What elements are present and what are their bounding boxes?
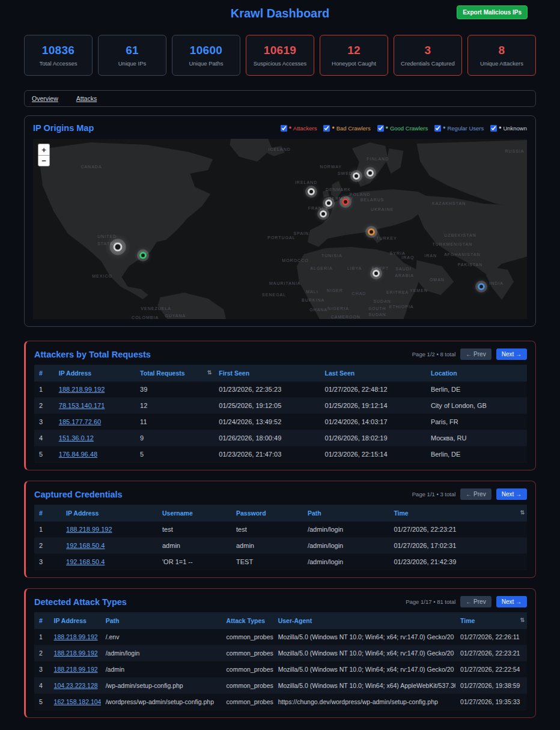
cell-location: Paris, FR: [426, 414, 527, 430]
column-header-ip: IP Address: [61, 505, 157, 522]
legend-label: Bad Crawlers: [336, 125, 371, 132]
ip-link[interactable]: 104.23.223.128: [54, 682, 98, 689]
map-country-label: ETHIOPIA: [389, 305, 414, 309]
ip-link[interactable]: 162.158.182.104: [54, 698, 101, 705]
map-country-label: SUDAN: [373, 299, 391, 303]
next-button[interactable]: Next →: [496, 488, 527, 500]
table-row: 4151.36.0.12901/26/2026, 18:00:4901/26/2…: [34, 430, 527, 446]
table-row: 5176.84.96.48501/23/2026, 21:47:0301/23/…: [34, 446, 527, 463]
prev-button[interactable]: ← Prev: [460, 348, 491, 360]
column-header-num: #: [34, 612, 49, 629]
prev-button[interactable]: ← Prev: [460, 596, 491, 607]
cell-location: Berlin, DE: [426, 382, 527, 398]
legend-checkbox-good_crawler[interactable]: [377, 125, 384, 132]
map-country-label: FINLAND: [367, 157, 389, 161]
cell-num: 5: [34, 694, 49, 710]
stat-card: 10619Suspicious Accesses: [246, 35, 314, 76]
legend-checkbox-attacker[interactable]: [281, 125, 287, 132]
next-button[interactable]: Next →: [496, 596, 527, 607]
ip-link[interactable]: 188.218.99.192: [66, 526, 112, 533]
zoom-out-button[interactable]: −: [38, 155, 50, 166]
table-row: 1188.218.99.192testtest/admin/login01/27…: [34, 522, 527, 538]
cell-last_seen: 01/26/2026, 18:02:19: [320, 430, 426, 446]
cell-location: Москва, RU: [426, 430, 527, 446]
cell-num: 3: [34, 554, 61, 570]
map-marker-unknown[interactable]: [114, 242, 123, 251]
legend-item-regular_user[interactable]: •Regular Users: [434, 125, 484, 132]
map-marker-bad_crawler[interactable]: [368, 228, 375, 236]
ip-link[interactable]: 176.84.96.48: [59, 451, 97, 458]
legend-item-unknown[interactable]: •Unknown: [490, 125, 527, 132]
map-country-label: TURKEY: [376, 236, 397, 240]
legend-item-attacker[interactable]: •Attackers: [281, 125, 317, 132]
ip-link[interactable]: 188.218.99.192: [59, 386, 105, 393]
sort-icon[interactable]: ⇅: [207, 370, 212, 376]
cell-user_agent: https://chungo.dev/wordpress/wp-admin/se…: [273, 694, 455, 710]
ip-link[interactable]: 151.36.0.12: [59, 434, 94, 442]
legend-checkbox-regular_user[interactable]: [434, 125, 441, 132]
legend-dot-icon: •: [289, 126, 291, 131]
legend-checkbox-unknown[interactable]: [490, 125, 497, 132]
ip-link[interactable]: 185.177.72.60: [59, 418, 101, 425]
column-header-first_seen: First Seen: [214, 365, 320, 382]
ip-link[interactable]: 192.168.50.4: [66, 558, 105, 565]
legend-checkbox-bad_crawler[interactable]: [323, 125, 330, 132]
map-country-label: SYRIA: [390, 251, 406, 255]
map-country-label: TUNISIA: [321, 254, 342, 258]
map-marker-regular_user[interactable]: [478, 283, 485, 290]
column-header-requests[interactable]: Total Requests⇅: [135, 365, 214, 382]
map-marker-unknown[interactable]: [325, 199, 332, 207]
stat-label: Total Accesses: [40, 60, 78, 67]
map-canvas[interactable]: + − CANADAICELANDNORWAYSWEDENFINLANDRUSS…: [33, 139, 527, 319]
cell-attack_types: common_probes: [222, 662, 273, 678]
map-country-label: BURKINA: [302, 297, 324, 302]
column-header-ip: IP Address: [49, 612, 101, 629]
map-country-label: IRAQ: [401, 255, 414, 260]
attack-types-pagination: Page 1/17 • 81 total ← Prev Next →: [406, 596, 527, 607]
column-header-num: #: [34, 505, 61, 522]
map-country-label: GUYANA: [165, 314, 186, 318]
map-marker-unknown[interactable]: [373, 270, 380, 277]
ip-link[interactable]: 188.218.99.192: [54, 633, 98, 640]
stat-value: 12: [347, 44, 361, 57]
map-marker-unknown[interactable]: [308, 188, 315, 195]
zoom-controls: + −: [38, 144, 50, 166]
map-country-label: SAUDI: [395, 267, 411, 271]
cell-user_agent: Mozilla/5.0 (Windows NT 10.0; Win64; x64…: [273, 662, 455, 678]
ip-link[interactable]: 188.218.99.192: [54, 649, 98, 657]
tab-attacks[interactable]: Attacks: [76, 95, 97, 102]
legend-item-bad_crawler[interactable]: •Bad Crawlers: [323, 125, 370, 132]
map-country-label: ARABIA: [395, 273, 414, 277]
cell-user_agent: Mozilla/5.0 (Windows NT 10.0; Win64; x64…: [273, 678, 455, 694]
stat-value: 8: [499, 44, 505, 57]
credentials-panel: Captured Credentials Page 1/1 • 3 total …: [24, 481, 536, 578]
sort-icon[interactable]: ⇅: [520, 617, 525, 623]
map-marker-unknown[interactable]: [320, 210, 327, 217]
map-country-label: AFGHANISTAN: [444, 252, 480, 257]
cell-path: /admin/login: [303, 522, 389, 538]
ip-link[interactable]: 192.168.50.4: [66, 542, 105, 549]
cell-requests: 9: [135, 430, 214, 446]
cell-time: 01/27/2026, 22:26:11: [455, 629, 527, 645]
legend-dot-icon: •: [386, 126, 388, 131]
cell-requests: 12: [135, 398, 214, 414]
tab-overview[interactable]: Overview: [32, 95, 58, 102]
map-marker-attacker[interactable]: [342, 198, 349, 205]
map-marker-good_crawler[interactable]: [139, 252, 147, 259]
prev-button[interactable]: ← Prev: [460, 488, 491, 500]
export-malicious-ips-button[interactable]: Export Malicious IPs: [457, 5, 528, 19]
column-header-time[interactable]: Time⇅: [455, 612, 527, 629]
table-row: 4104.23.223.128/wp-admin/setup-config.ph…: [34, 678, 527, 694]
legend-item-good_crawler[interactable]: •Good Crawlers: [377, 125, 428, 132]
ip-link[interactable]: 188.218.99.192: [54, 666, 98, 673]
map-marker-unknown[interactable]: [353, 172, 360, 180]
cell-path: /.env: [101, 629, 222, 645]
legend-label: Unknown: [503, 125, 527, 132]
stat-card: 10600Unique Paths: [172, 35, 240, 76]
zoom-in-button[interactable]: +: [38, 144, 50, 155]
ip-link[interactable]: 78.153.140.171: [59, 402, 105, 409]
column-header-time[interactable]: Time⇅: [389, 505, 527, 522]
map-marker-unknown[interactable]: [367, 169, 374, 177]
next-button[interactable]: Next →: [496, 348, 527, 360]
sort-icon[interactable]: ⇅: [520, 509, 525, 516]
